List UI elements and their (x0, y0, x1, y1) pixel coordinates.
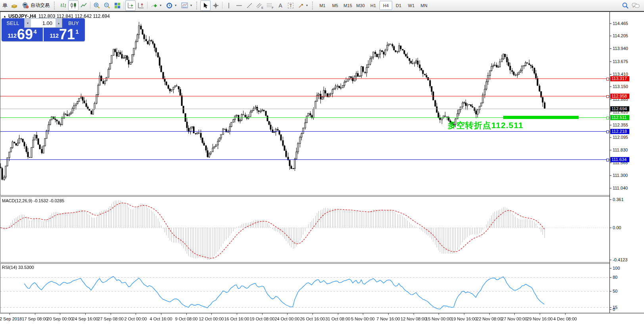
time-tick-mark (464, 313, 464, 315)
axis-tick-mark (610, 175, 611, 176)
tf-m30-button[interactable]: M30 (354, 1, 367, 10)
autoscroll-icon[interactable] (125, 0, 136, 11)
line-handle[interactable] (606, 130, 609, 133)
fibonacci-tool-icon[interactable]: F (265, 0, 275, 11)
axis-tick-mark (610, 199, 611, 200)
autotrade-button[interactable]: 自动交易 (19, 0, 52, 11)
sell-price[interactable]: 112 69 4 (2, 28, 43, 41)
hline-112.958[interactable] (0, 96, 610, 96)
macd-pane[interactable]: MACD(12,26,9) -0.1532 -0.0285 (0, 197, 610, 262)
template-icon (181, 2, 188, 8)
hline-112.218[interactable] (0, 131, 610, 132)
trendline-tool-icon[interactable] (244, 0, 255, 11)
equidistant-channel-tool-icon[interactable]: E (255, 0, 265, 11)
time-tick-label: 9 Oct 08:00 (175, 316, 198, 321)
price-line-chip: 112.218 (610, 129, 629, 134)
time-tick-mark (111, 313, 111, 315)
axis-tick-mark (610, 125, 611, 125)
time-tick-label: 29 Nov 16:00 (527, 316, 552, 321)
sell-price-big: 69 (17, 28, 33, 41)
axis-tick-mark (610, 260, 611, 260)
macd-canvas[interactable] (0, 197, 610, 262)
time-tick-mark (136, 313, 136, 315)
autotrade-label: 自动交易 (31, 2, 50, 9)
macd-label: MACD(12,26,9) -0.1532 -0.0285 (2, 198, 64, 203)
buy-price-small: 112 (50, 33, 59, 39)
time-tick-mark (262, 313, 263, 315)
axis-tick-mark (610, 277, 611, 278)
volume-input[interactable]: 1.00 (31, 19, 56, 27)
tf-m1-button[interactable]: M1 (316, 1, 329, 10)
tf-h4-button[interactable]: H4 (380, 1, 392, 10)
new-order-button[interactable]: 单 (1, 1, 9, 10)
axis-tick-mark (610, 163, 611, 163)
time-tick-mark (489, 313, 490, 315)
time-tick-mark (186, 313, 187, 315)
toolbar-separator (147, 2, 148, 9)
macd-tick-label: 0.361 (613, 197, 624, 202)
axis-tick-mark (610, 228, 611, 228)
price-line-chip: 112.511 (610, 115, 629, 120)
hline-111.634[interactable] (0, 159, 610, 160)
toolbar-separator (124, 2, 124, 9)
line-chart-icon[interactable] (79, 0, 89, 11)
indicators-button[interactable]: ▾ (149, 0, 164, 11)
line-handle[interactable] (606, 159, 609, 161)
tf-h1-button[interactable]: H1 (367, 1, 380, 10)
time-tick-mark (388, 313, 389, 315)
hline-112.694 (0, 109, 610, 109)
arrows-tool-button[interactable]: ▾ (296, 0, 310, 11)
candlestick-chart-icon[interactable] (68, 0, 79, 11)
time-tick-label: 26 Oct 16:00 (300, 316, 325, 321)
candlestick-canvas[interactable] (0, 12, 610, 195)
zoom-in-icon[interactable] (92, 0, 102, 11)
tf-m5-button[interactable]: M5 (329, 1, 341, 10)
axis-tick-mark (610, 86, 611, 87)
crosshair-icon[interactable] (211, 0, 221, 11)
pivot-thick-segment[interactable] (503, 116, 579, 119)
rsi-tick-label: 100 (613, 266, 620, 270)
horizontal-line-tool-icon[interactable] (234, 0, 244, 11)
hline-113.317[interactable] (0, 79, 610, 79)
time-axis[interactable]: 12 Sep 201817 Sep 08:0020 Sep 00:0024 Se… (0, 313, 644, 326)
buy-price[interactable]: 112 71 1 (43, 28, 85, 41)
price-axis[interactable]: 114.465114.205113.940113.675113.410113.1… (610, 12, 644, 313)
tf-m15-button[interactable]: M15 (341, 1, 354, 10)
cursor-icon[interactable] (200, 0, 211, 11)
axis-tick-mark (610, 150, 611, 150)
axis-tick-mark (610, 309, 611, 310)
axis-tick-mark (610, 291, 611, 291)
time-tick-label: 22 Nov 08:00 (476, 316, 502, 321)
bar-chart-icon[interactable] (58, 0, 68, 11)
text-label-tool-button[interactable]: T (286, 0, 296, 11)
tf-mn-button[interactable]: MN (418, 1, 430, 10)
templates-button[interactable]: ▾ (179, 0, 194, 11)
fibo-sub-label: F (272, 6, 273, 9)
tf-w1-button[interactable]: W1 (405, 1, 418, 10)
time-tick-label: 19 Nov 16:00 (451, 316, 477, 321)
chart-shift-icon[interactable] (136, 0, 146, 11)
price-tick-label: 113.940 (613, 46, 628, 51)
time-tick-label: 2 Oct 00:00 (125, 316, 147, 321)
chat-icon[interactable] (631, 0, 641, 11)
line-handle[interactable] (606, 117, 609, 119)
rsi-pane[interactable]: RSI(14) 33.5300 (0, 264, 610, 313)
rsi-canvas[interactable] (0, 264, 610, 313)
time-tick-mark (565, 313, 565, 315)
book-icon (11, 2, 18, 9)
search-icon[interactable] (620, 0, 631, 11)
text-tool-button[interactable]: A (275, 0, 286, 11)
zoom-out-icon[interactable] (102, 0, 112, 11)
periods-button[interactable]: ▾ (164, 0, 179, 11)
price-tick-label: 113.150 (613, 84, 628, 89)
pane-splitter[interactable] (0, 195, 644, 197)
collapse-panel-icon[interactable]: ▲ (3, 15, 6, 18)
tile-windows-icon[interactable] (112, 0, 123, 11)
line-handle[interactable] (606, 78, 609, 81)
book-icon[interactable] (9, 0, 19, 11)
price-chart-pane[interactable]: ▲USDJPY-,H4112.803 112.841 112.642 112.6… (0, 12, 610, 195)
tf-d1-button[interactable]: D1 (392, 1, 405, 10)
line-handle[interactable] (606, 95, 609, 98)
vertical-line-tool-icon[interactable] (224, 0, 234, 11)
chevron-down-icon: ▾ (306, 4, 308, 7)
